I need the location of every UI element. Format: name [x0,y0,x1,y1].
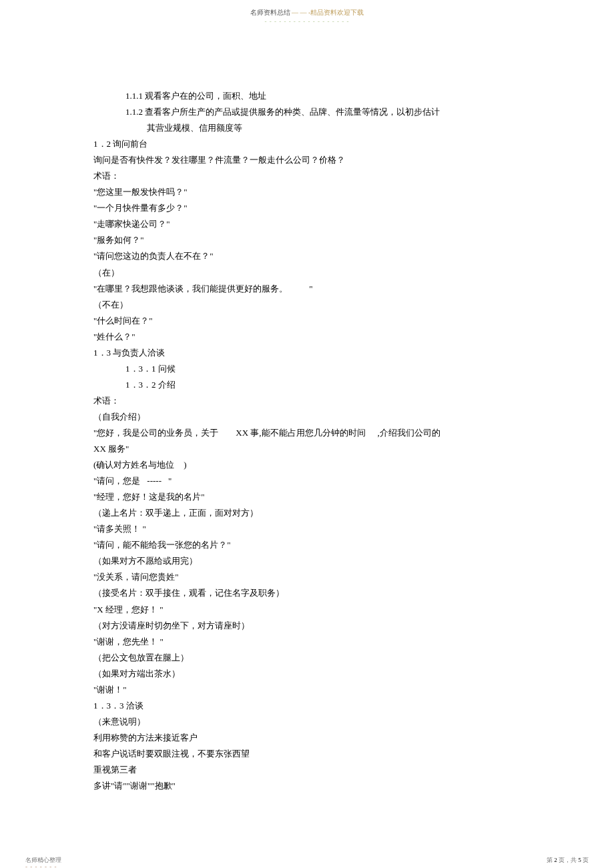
footer-mid: 页，共 [557,857,579,863]
text-line: "什么时间在？" [93,313,521,329]
text-part: ----- [147,476,162,486]
text-line: 利用称赞的方法来接近客户 [93,730,521,746]
text-line: 询问是否有快件发？发往哪里？件流量？一般走什么公司？价格？ [93,152,521,168]
text-line: （不在） [93,297,521,313]
header-text: 名师资料总结 — — -精品资料欢迎下载 [0,8,614,17]
text-line: "请问您这边的负责人在不在？" [93,248,521,264]
text-line: "请问，能不能给我一张您的名片？" [93,537,521,553]
text-line: （把公文包放置在腿上） [93,650,521,666]
text-line: "谢谢！" [93,682,521,698]
text-line: "X 经理，您好！ " [93,602,521,618]
item-1-3-2: 1．3．2 介绍 [93,377,521,393]
text-line: （如果对方端出茶水） [93,666,521,682]
text-line: "您这里一般发快件吗？" [93,184,521,200]
text-line: （递上名片：双手递上，正面，面对对方） [93,505,521,521]
text-line: "服务如何？" [93,232,521,248]
footer-suffix: 页 [581,857,589,863]
header-left: 名师资料总结 [250,9,292,16]
text-part: ,介绍我们公司的 [378,428,440,438]
header-right: — — -精品资料欢迎下载 [292,9,364,16]
text-line: "请多关照！ " [93,521,521,537]
text-part: XX 事,能不能占用您几分钟的时间 [236,428,365,438]
text-line: 术语： [93,168,521,184]
text-part: "在哪里？我想跟他谈谈，我们能提供更好的服务。 [93,284,288,294]
text-line: （接受名片：双手接住，观看，记住名字及职务） [93,585,521,601]
text-line: （来意说明） [93,714,521,730]
text-part: ) [184,460,186,470]
section-1-2: 1．2 询问前台 [93,136,521,152]
item-1-1-2: 1.1.2 查看客户所生产的产品或提供服务的种类、品牌、件流量等情况，以初步估计 [93,104,521,120]
text-line: "在哪里？我想跟他谈谈，我们能提供更好的服务。" [93,281,521,297]
text-line: "经理，您好！这是我的名片" [93,489,521,505]
text-line: （自我介绍） [93,409,521,425]
text-line: "走哪家快递公司？" [93,216,521,232]
text-part: " [168,476,172,486]
text-part: (确认对方姓名与地位 [93,460,174,470]
text-line: (确认对方姓名与地位) [93,457,521,473]
text-line: "姓什么？" [93,329,521,345]
text-line: 多讲"请""谢谢""抱歉" [93,778,521,794]
text-part: " [309,284,312,294]
text-line: "一个月快件量有多少？" [93,200,521,216]
header-dashes: - - - - - - - - - - - - - - - - - - [0,18,614,25]
text-line: （如果对方不愿给或用完） [93,553,521,569]
text-line: "没关系，请问您贵姓" [93,569,521,585]
text-line: （在） [93,265,521,281]
text-line: 重视第三者 [93,762,521,778]
item-1-3-1: 1．3．1 问候 [93,361,521,377]
text-line: "请问，您是-----" [93,473,521,489]
text-line: XX 服务" [93,441,521,457]
text-line: 术语： [93,393,521,409]
item-1-1-1: 1.1.1 观看客户在的公司，面积、地址 [93,88,521,104]
item-1-1-2-cont: 其营业规模、信用额度等 [93,120,521,136]
footer-prefix: 第 [547,857,554,863]
text-line: （对方没请座时切勿坐下，对方请座时） [93,618,521,634]
text-line: "您好，我是公司的业务员，关于XX 事,能不能占用您几分钟的时间,介绍我们公司的 [93,425,521,441]
text-part: "您好，我是公司的业务员，关于 [93,428,218,438]
footer-page-info: 第 2 页，共 5 页 [547,856,589,865]
text-part: "请问，您是 [93,476,140,486]
section-1-3: 1．3 与负责人洽谈 [93,345,521,361]
text-line: "谢谢，您先坐！ " [93,634,521,650]
footer-left-dashes: - - - - - - - [25,863,57,868]
section-1-3-3: 1．3．3 洽谈 [93,698,521,714]
document-content: 1.1.1 观看客户在的公司，面积、地址 1.1.2 查看客户所生产的产品或提供… [0,25,614,794]
page-header: 名师资料总结 — — -精品资料欢迎下载 - - - - - - - - - -… [0,0,614,25]
text-line: 和客户说话时要双眼注视，不要东张西望 [93,746,521,762]
